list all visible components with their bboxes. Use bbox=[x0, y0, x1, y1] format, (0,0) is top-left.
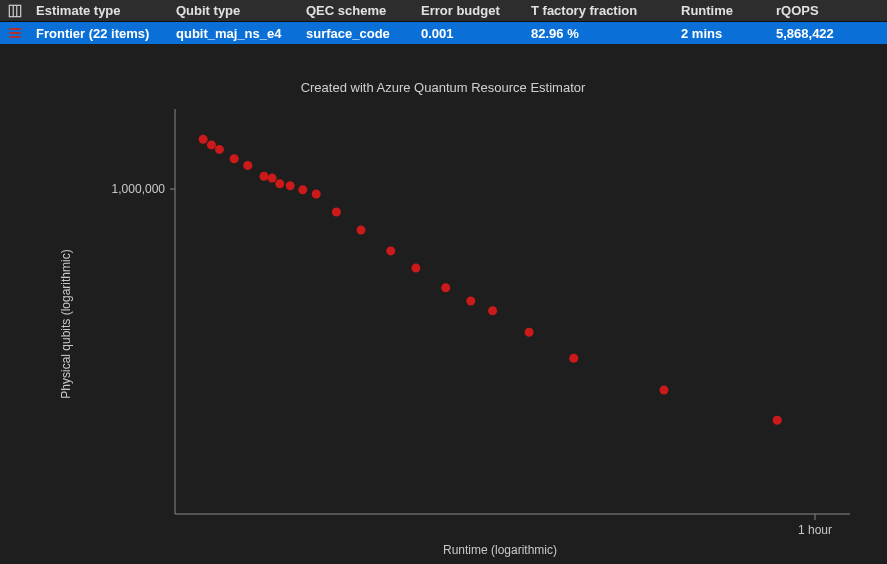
scatter-points bbox=[199, 135, 782, 425]
data-point[interactable] bbox=[286, 181, 295, 190]
data-point[interactable] bbox=[525, 328, 534, 337]
row-handle-icon bbox=[0, 26, 30, 40]
table-header-row: Estimate type Qubit type QEC scheme Erro… bbox=[0, 0, 887, 22]
x-axis-label: Runtime (logarithmic) bbox=[443, 543, 557, 557]
cell-rqops: 5,868,422 bbox=[770, 24, 887, 43]
cell-runtime: 2 mins bbox=[675, 24, 770, 43]
col-qec-scheme[interactable]: QEC scheme bbox=[300, 1, 415, 20]
cell-error-budget: 0.001 bbox=[415, 24, 525, 43]
svg-rect-0 bbox=[9, 5, 20, 16]
data-point[interactable] bbox=[243, 161, 252, 170]
data-point[interactable] bbox=[386, 246, 395, 255]
col-runtime[interactable]: Runtime bbox=[675, 1, 770, 20]
col-t-factory-fraction[interactable]: T factory fraction bbox=[525, 1, 675, 20]
data-point[interactable] bbox=[199, 135, 208, 144]
col-rqops[interactable]: rQOPS bbox=[770, 1, 887, 20]
data-point[interactable] bbox=[207, 140, 216, 149]
data-point[interactable] bbox=[357, 226, 366, 235]
data-point[interactable] bbox=[773, 416, 782, 425]
y-tick-1m: 1,000,000 bbox=[112, 182, 166, 196]
scatter-chart[interactable]: Created with Azure Quantum Resource Esti… bbox=[0, 44, 887, 564]
results-table: Estimate type Qubit type QEC scheme Erro… bbox=[0, 0, 887, 44]
data-point[interactable] bbox=[332, 208, 341, 217]
data-point[interactable] bbox=[268, 174, 277, 183]
column-chooser-icon[interactable] bbox=[0, 2, 30, 20]
data-point[interactable] bbox=[260, 172, 269, 181]
col-estimate-type[interactable]: Estimate type bbox=[30, 1, 170, 20]
x-tick-1hour: 1 hour bbox=[798, 523, 832, 537]
cell-estimate-type: Frontier (22 items) bbox=[30, 24, 170, 43]
data-point[interactable] bbox=[230, 154, 239, 163]
cell-qec-scheme: surface_code bbox=[300, 24, 415, 43]
data-point[interactable] bbox=[215, 145, 224, 154]
chart-area: Created with Azure Quantum Resource Esti… bbox=[0, 44, 887, 564]
chart-title: Created with Azure Quantum Resource Esti… bbox=[301, 80, 586, 95]
col-error-budget[interactable]: Error budget bbox=[415, 1, 525, 20]
data-point[interactable] bbox=[441, 283, 450, 292]
data-point[interactable] bbox=[312, 190, 321, 199]
data-point[interactable] bbox=[660, 386, 669, 395]
data-point[interactable] bbox=[488, 306, 497, 315]
data-point[interactable] bbox=[275, 179, 284, 188]
data-point[interactable] bbox=[411, 264, 420, 273]
data-point[interactable] bbox=[569, 354, 578, 363]
y-axis-label: Physical qubits (logarithmic) bbox=[59, 249, 73, 398]
cell-t-factory-fraction: 82.96 % bbox=[525, 24, 675, 43]
cell-qubit-type: qubit_maj_ns_e4 bbox=[170, 24, 300, 43]
table-row-selected[interactable]: Frontier (22 items) qubit_maj_ns_e4 surf… bbox=[0, 22, 887, 44]
col-qubit-type[interactable]: Qubit type bbox=[170, 1, 300, 20]
axes: 1,000,000 1 hour Runtime (logarithmic) P… bbox=[59, 109, 850, 557]
data-point[interactable] bbox=[298, 185, 307, 194]
data-point[interactable] bbox=[466, 297, 475, 306]
